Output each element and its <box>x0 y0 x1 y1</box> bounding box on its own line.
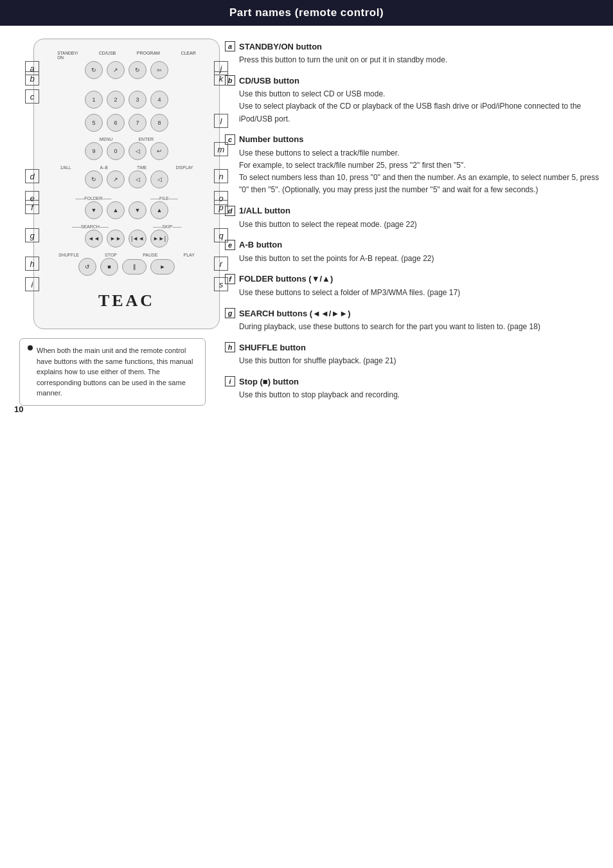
section-h-body: Use this button for shuffle playback. (p… <box>225 355 600 367</box>
label-s: s <box>214 277 228 291</box>
row-standby: a ↻ ↗ ↻ ⇦ j <box>43 61 210 79</box>
section-h-title: h SHUFFLE button <box>225 342 600 352</box>
btn-menu[interactable]: ◁ <box>129 142 147 160</box>
section-e-body: Use this button to set the points for A-… <box>225 253 600 265</box>
btn-enter[interactable]: ↩ <box>150 142 168 160</box>
btn-program[interactable]: ↻ <box>129 61 147 79</box>
label-k: k <box>214 71 228 86</box>
label-c: c <box>25 89 39 104</box>
section-g: g SEARCH buttons (◄◄/►►) During playback… <box>225 308 600 333</box>
btn-stop[interactable]: ■ <box>100 258 118 276</box>
search-skip-row-labels: ——SEARCH—— ——SKIP—— <box>43 224 210 229</box>
pause-label-text: PAUSE <box>143 253 157 257</box>
section-b-body: Use this button to select CD or USB mode… <box>225 88 600 125</box>
teac-logo: TEAC <box>43 291 210 311</box>
btn-time[interactable]: ◁ <box>129 170 147 188</box>
standby-label: STANDBY/ON <box>57 51 78 60</box>
section-d: d 1/ALL button Use this button to select… <box>225 206 600 231</box>
page-number: 10 <box>14 404 23 414</box>
label-box-h: h <box>225 342 235 352</box>
shuffle-label-text: SHUFFLE <box>58 253 79 257</box>
btn-folder-up[interactable]: ▲ <box>107 201 125 219</box>
label-f: f <box>25 200 39 214</box>
label-h: h <box>25 257 39 271</box>
btn-display[interactable]: ◁ <box>150 170 168 188</box>
btn-ab[interactable]: ↗ <box>107 170 125 188</box>
clear-label: CLEAR <box>181 51 195 60</box>
section-c-title: c Number buttons <box>225 134 600 145</box>
remote-inner: STANDBY/ON CD/USB PROGRAM CLEAR a ↻ ↗ ↻ … <box>43 51 210 311</box>
section-f-body: Use these buttons to select a folder of … <box>225 287 600 299</box>
btn-9[interactable]: 9 <box>85 142 103 160</box>
enter-label: ENTER <box>138 137 154 141</box>
section-b: b CD/USB button Use this button to selec… <box>225 75 600 125</box>
btn-cdusb[interactable]: ↗ <box>107 61 125 79</box>
label-box-g: g <box>225 308 235 318</box>
label-b: b <box>25 71 39 86</box>
section-f: f FOLDER buttons (▼/▲) Use these buttons… <box>225 274 600 299</box>
section-i-title: i Stop (■) button <box>225 376 600 386</box>
btn-standby[interactable]: ↻ <box>85 61 103 79</box>
btn-0[interactable]: 0 <box>107 142 125 160</box>
label-g: g <box>25 228 39 242</box>
row-numbers3: 9 0 ◁ ↩ m <box>43 142 210 160</box>
stop-label-text: STOP <box>105 253 117 257</box>
section-a: a STANDBY/ON button Press this button to… <box>225 41 600 66</box>
btn-skip-back[interactable]: |◄◄ <box>129 230 147 248</box>
label-e-spacer: e o <box>43 194 210 196</box>
label-d: d <box>25 169 39 183</box>
menu-label: MENU <box>100 137 113 141</box>
btn-clear[interactable]: ⇦ <box>150 61 168 79</box>
btn-pause[interactable]: ‖ <box>122 259 147 275</box>
btn-folder-down[interactable]: ▼ <box>85 201 103 219</box>
section-g-title: g SEARCH buttons (◄◄/►►) <box>225 308 600 318</box>
remote-wrapper: STANDBY/ON CD/USB PROGRAM CLEAR a ↻ ↗ ↻ … <box>13 39 212 329</box>
section-e-title: e A-B button <box>225 240 600 250</box>
skip-label: ——SKIP—— <box>153 224 181 229</box>
btn-skip-fwd[interactable]: ►►| <box>150 230 168 248</box>
section-c-body: Use these buttons to select a track/file… <box>225 147 600 197</box>
btn-play[interactable]: ► <box>150 259 175 275</box>
folder-file-row-labels: ——FOLDER—— ——FILE—— <box>43 196 210 201</box>
playback-labels-row: SHUFFLE STOP PAUSE PLAY <box>43 253 210 257</box>
row-search-skip: g ◄◄ ►► |◄◄ ►►| q <box>43 230 210 248</box>
btn-shuffle[interactable]: ↺ <box>78 258 96 276</box>
section-a-title: a STANDBY/ON button <box>225 41 600 51</box>
row-numbers2: 5 6 7 8 l <box>43 114 210 132</box>
section-f-title: f FOLDER buttons (▼/▲) <box>225 274 600 284</box>
display-label: DISPLAY <box>175 165 193 170</box>
section-a-body: Press this button to turn the unit on or… <box>225 54 600 66</box>
label-box-i: i <box>225 376 235 386</box>
btn-1[interactable]: 1 <box>85 91 103 109</box>
btn-3[interactable]: 3 <box>129 91 147 109</box>
ab-label: A–B <box>100 165 108 170</box>
note-box: When both the main unit and the remote c… <box>19 338 206 406</box>
note-bullet <box>28 345 33 350</box>
btn-1all[interactable]: ↻ <box>85 170 103 188</box>
btn-file-down[interactable]: ▼ <box>129 201 147 219</box>
label-p: p <box>214 200 228 214</box>
btn-5[interactable]: 5 <box>85 114 103 132</box>
menu-enter-labels: MENU ENTER <box>43 137 210 141</box>
label-box-a: a <box>225 41 235 51</box>
mode-labels: 1/ALL A–B TIME DISPLAY <box>43 165 210 170</box>
time-label: TIME <box>137 165 147 170</box>
btn-8[interactable]: 8 <box>150 114 168 132</box>
row-playback: h ↺ ■ ‖ ► r <box>43 258 210 276</box>
remote-diagram: STANDBY/ON CD/USB PROGRAM CLEAR a ↻ ↗ ↻ … <box>33 39 220 329</box>
header-title: Part names (remote control) <box>229 6 384 19</box>
btn-2[interactable]: 2 <box>107 91 125 109</box>
btn-6[interactable]: 6 <box>107 114 125 132</box>
btn-file-up[interactable]: ▲ <box>150 201 168 219</box>
section-i: i Stop (■) button Use this button to sto… <box>225 376 600 401</box>
section-g-body: During playback, use these buttons to se… <box>225 321 600 333</box>
row-numbers1: c 1 2 3 4 <box>43 91 210 109</box>
play-label-text: PLAY <box>184 253 195 257</box>
btn-7[interactable]: 7 <box>129 114 147 132</box>
cdusb-label: CD/USB <box>99 51 116 60</box>
search-label: ——SEARCH—— <box>72 224 109 229</box>
note-text: When both the main unit and the remote c… <box>37 345 197 399</box>
btn-search-fwd[interactable]: ►► <box>107 230 125 248</box>
btn-4[interactable]: 4 <box>150 91 168 109</box>
btn-search-back[interactable]: ◄◄ <box>85 230 103 248</box>
